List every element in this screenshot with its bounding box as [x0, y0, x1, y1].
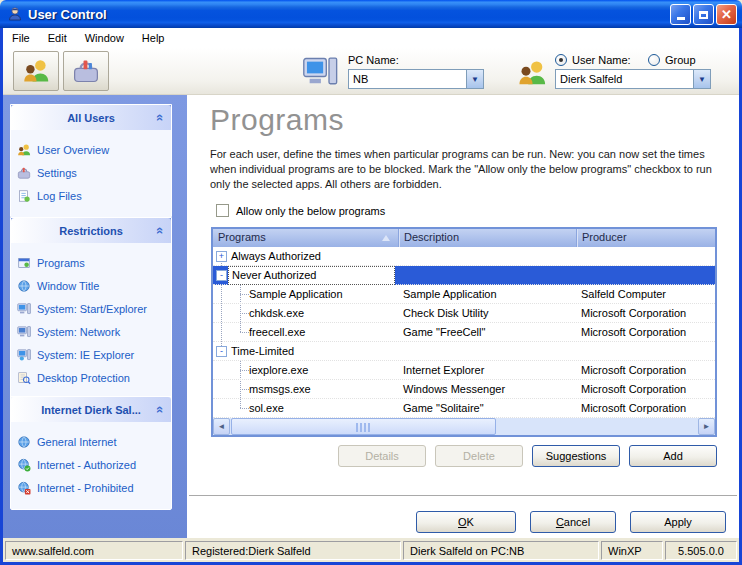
- column-header-producer[interactable]: Producer: [576, 229, 715, 247]
- scroll-right-button[interactable]: ►: [698, 418, 715, 435]
- pc-name-value: NB: [349, 73, 466, 85]
- table-row[interactable]: msmsgs.exe Windows Messenger Microsoft C…: [213, 380, 715, 399]
- horizontal-scrollbar[interactable]: ◄ ►: [213, 418, 715, 435]
- menu-help[interactable]: Help: [133, 29, 174, 47]
- collapse-icon[interactable]: -: [216, 270, 227, 281]
- title-bar: User Control ✕: [0, 0, 742, 28]
- app-icon: [7, 6, 23, 22]
- sidebar-item-label: Internet - Authorized: [37, 459, 136, 471]
- table-row[interactable]: iexplore.exe Internet Explorer Microsoft…: [213, 361, 715, 380]
- collapse-icon[interactable]: -: [216, 346, 227, 357]
- close-button[interactable]: ✕: [716, 4, 737, 25]
- apply-button[interactable]: Apply: [630, 511, 726, 533]
- section-header-all-users[interactable]: All Users «: [11, 105, 171, 130]
- table-row-group[interactable]: - Time-Limited: [213, 342, 715, 361]
- pc-name-select[interactable]: NB ▼: [348, 69, 484, 89]
- sidebar-item-system-ie-explorer[interactable]: System: IE Explorer: [17, 343, 167, 366]
- sidebar-item-window-title[interactable]: Window Title: [17, 274, 167, 297]
- table-row[interactable]: sol.exe Game "Solitaire" Microsoft Corpo…: [213, 399, 715, 418]
- content-panel: Programs For each user, define the times…: [187, 95, 739, 538]
- sidebar: All Users « User Overview: [3, 95, 187, 538]
- sidebar-item-desktop-protection[interactable]: Desktop Protection: [17, 366, 167, 389]
- sidebar-item-internet-authorized[interactable]: Internet - Authorized: [17, 453, 167, 476]
- expand-icon[interactable]: +: [216, 251, 227, 262]
- table-row[interactable]: freecell.exe Game "FreeCell" Microsoft C…: [213, 323, 715, 342]
- sidebar-item-programs[interactable]: Programs: [17, 251, 167, 274]
- allow-only-checkbox[interactable]: [216, 204, 229, 217]
- section-title: Internet Dierk Sal...: [41, 404, 141, 416]
- sidebar-section-restrictions: Restrictions « Programs: [10, 217, 172, 400]
- radio-selected-icon: [555, 54, 567, 66]
- status-website: www.salfeld.com: [5, 541, 183, 560]
- computer-icon: [17, 348, 31, 362]
- chevron-down-icon[interactable]: ▼: [693, 70, 710, 88]
- table-row[interactable]: chkdsk.exe Check Disk Utility Microsoft …: [213, 304, 715, 323]
- menu-file[interactable]: File: [3, 29, 39, 47]
- section-title: Restrictions: [59, 225, 123, 237]
- work-area: All Users « User Overview: [3, 95, 739, 538]
- group-radio-label: Group: [665, 54, 696, 66]
- sidebar-item-system-start-explorer[interactable]: System: Start/Explorer: [17, 297, 167, 320]
- globe-icon: [17, 279, 31, 293]
- section-title: All Users: [67, 112, 115, 124]
- sidebar-item-settings[interactable]: Settings: [17, 161, 167, 184]
- cancel-button[interactable]: Cancel: [530, 511, 616, 533]
- sidebar-item-label: Window Title: [37, 280, 99, 292]
- globe-check-icon: [17, 458, 31, 472]
- status-user-pc: Dierk Salfeld on PC:NB: [403, 541, 599, 560]
- sidebar-item-log-files[interactable]: Log Files: [17, 184, 167, 207]
- sidebar-section-all-users: All Users « User Overview: [10, 104, 172, 218]
- delete-button: Delete: [435, 445, 523, 467]
- table-row-group-selected[interactable]: - Never Authorized: [213, 266, 715, 285]
- menu-edit[interactable]: Edit: [39, 29, 76, 47]
- sidebar-item-label: System: Network: [37, 326, 120, 338]
- settings-toolbar-button[interactable]: [63, 51, 109, 91]
- logfile-icon: [17, 189, 31, 203]
- programs-icon: [17, 256, 31, 270]
- magnifier-doc-icon: [17, 371, 31, 385]
- user-name-value: Dierk Salfeld: [556, 73, 693, 85]
- table-body: + Always Authorized - Never Authorized: [213, 247, 715, 418]
- group-radio[interactable]: Group: [648, 54, 696, 66]
- scrollbar-thumb[interactable]: [231, 418, 496, 435]
- maximize-icon: [699, 11, 708, 19]
- action-button-row: Details Delete Suggestions Add: [211, 445, 717, 467]
- chevron-up-icon[interactable]: «: [153, 406, 168, 413]
- column-header-programs[interactable]: Programs: [213, 229, 398, 247]
- table-row-group[interactable]: + Always Authorized: [213, 247, 715, 266]
- status-version: 5.505.0.0: [665, 541, 737, 560]
- page-description: For each user, define the times when par…: [210, 147, 732, 192]
- sidebar-item-label: System: IE Explorer: [37, 349, 134, 361]
- sidebar-item-internet-prohibited[interactable]: Internet - Prohibited: [17, 476, 167, 499]
- minimize-button[interactable]: [670, 4, 691, 25]
- computer-icon: [301, 54, 339, 90]
- chevron-up-icon[interactable]: «: [153, 114, 168, 121]
- sidebar-item-system-network[interactable]: System: Network: [17, 320, 167, 343]
- maximize-button[interactable]: [693, 4, 714, 25]
- minimize-icon: [677, 17, 685, 20]
- sort-ascending-icon: [382, 235, 390, 241]
- users-toolbar-button[interactable]: [13, 51, 59, 91]
- selected-row-label: Never Authorized: [228, 266, 395, 285]
- user-name-radio[interactable]: User Name:: [555, 54, 631, 66]
- chevron-down-icon[interactable]: ▼: [466, 70, 483, 88]
- chevron-up-icon[interactable]: «: [153, 227, 168, 234]
- status-registered: Registered:Dierk Salfeld: [185, 541, 401, 560]
- window-title: User Control: [28, 7, 107, 22]
- column-header-description[interactable]: Description: [398, 229, 576, 247]
- sidebar-item-user-overview[interactable]: User Overview: [17, 138, 167, 161]
- scroll-left-button[interactable]: ◄: [213, 418, 230, 435]
- users-icon: [22, 57, 50, 85]
- menu-window[interactable]: Window: [76, 29, 133, 47]
- add-button[interactable]: Add: [629, 445, 717, 467]
- status-os: WinXP: [601, 541, 663, 560]
- section-header-internet[interactable]: Internet Dierk Sal... «: [11, 397, 171, 422]
- section-header-restrictions[interactable]: Restrictions «: [11, 218, 171, 243]
- sidebar-section-internet: Internet Dierk Sal... « General Internet: [10, 396, 172, 510]
- ok-button[interactable]: OK: [416, 511, 516, 533]
- sidebar-item-general-internet[interactable]: General Internet: [17, 430, 167, 453]
- user-name-select[interactable]: Dierk Salfeld ▼: [555, 69, 711, 89]
- table-row[interactable]: Sample Application Sample Application Sa…: [213, 285, 715, 304]
- user-name-radio-label: User Name:: [572, 54, 631, 66]
- suggestions-button[interactable]: Suggestions: [532, 445, 620, 467]
